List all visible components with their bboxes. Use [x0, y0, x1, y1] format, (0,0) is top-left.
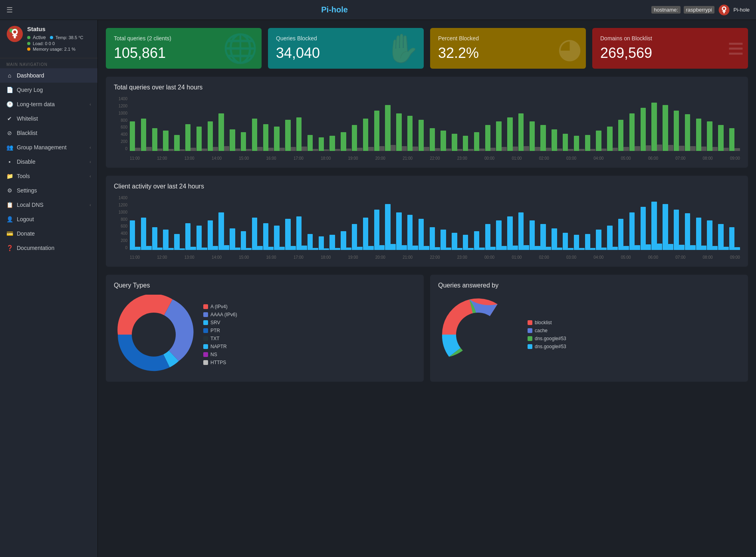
bar-secondary: [257, 147, 262, 151]
status-memory-row: Memory usage: 2.1 %: [27, 47, 83, 52]
sidebar-item-blacklist[interactable]: ⊘ Blacklist: [0, 126, 97, 140]
bar-group: [696, 119, 707, 151]
stat-cards: Total queries (2 clients) 105,861 🌐 Quer…: [106, 28, 748, 69]
bar-secondary: [280, 148, 285, 151]
bar-primary: [707, 121, 712, 151]
bar-primary: [707, 220, 712, 250]
sidebar-item-tools[interactable]: 📁 Tools ‹: [0, 169, 97, 183]
bar-secondary: [424, 147, 429, 151]
bar-primary: [718, 224, 723, 250]
bar-group: [574, 235, 585, 250]
bar-group: [651, 202, 662, 250]
bar-primary: [285, 219, 290, 250]
bar-secondary: [335, 248, 340, 250]
svg-rect-4: [723, 11, 724, 13]
localdns-arrow: ‹: [89, 202, 91, 207]
bar-group: [419, 219, 429, 250]
bar-secondary: [679, 146, 684, 151]
bar-primary: [485, 125, 490, 151]
bar-primary: [685, 114, 690, 151]
legend-item-dns1: dns.google#53: [528, 336, 566, 341]
sidebar-item-disable[interactable]: ▪ Disable ‹: [0, 155, 97, 169]
bar-primary: [563, 233, 568, 250]
bar-primary: [540, 224, 546, 250]
bar-secondary: [535, 147, 540, 151]
group-arrow: ‹: [89, 145, 91, 150]
sidebar-item-settings[interactable]: ⚙ Settings: [0, 183, 97, 198]
sidebar-item-donate[interactable]: 💳 Donate: [0, 226, 97, 241]
chart2-bars: [130, 196, 740, 250]
sidebar-item-dashboard[interactable]: ⌂ Dashboard: [0, 68, 97, 83]
sidebar-item-logout[interactable]: 👤 Logout: [0, 212, 97, 226]
bar-primary: [174, 234, 179, 250]
bar-primary: [629, 212, 635, 250]
legend-item-https: HTTPS: [203, 360, 237, 365]
bar-secondary: [557, 248, 562, 250]
bar-primary: [263, 124, 268, 151]
bar-group: [174, 234, 185, 250]
legend-item-srv: SRV: [203, 320, 237, 325]
queries-answered-title: Queries answered by: [438, 282, 740, 289]
bar-group: [308, 234, 318, 250]
bar-secondary: [657, 145, 662, 151]
bar-secondary: [190, 247, 196, 250]
bar-primary: [540, 125, 546, 151]
sidebar-item-localdns[interactable]: 📋 Local DNS ‹: [0, 198, 97, 212]
bar-group: [352, 125, 363, 151]
stat-card-total-queries: Total queries (2 clients) 105,861 🌐: [106, 28, 262, 69]
bar-secondary: [180, 248, 185, 250]
bar-primary: [363, 119, 368, 151]
bar-secondary: [435, 247, 440, 250]
bar-group: [485, 125, 496, 151]
svg-point-12: [132, 313, 176, 357]
bar-group: [185, 124, 196, 151]
bar-secondary: [202, 149, 207, 151]
sidebar-item-label: Dashboard: [17, 72, 44, 79]
bar-primary: [729, 227, 734, 250]
longterm-icon: 🕐: [6, 101, 13, 107]
main-content: Total queries (2 clients) 105,861 🌐 Quer…: [98, 20, 756, 557]
legend-item-ptr: PTR: [203, 328, 237, 333]
disable-arrow: ‹: [89, 159, 91, 164]
svg-point-9: [13, 30, 16, 34]
sidebar-item-longterm[interactable]: 🕐 Long-term data ‹: [0, 97, 97, 111]
active-dot: [27, 36, 30, 39]
query-types-content: A (IPv4) AAAA (IPv6) SRV PTR: [114, 295, 416, 375]
app-title: Pi-hole: [18, 5, 651, 14]
bar-secondary: [291, 246, 296, 250]
svg-point-2: [723, 7, 725, 10]
bar-group: [607, 127, 618, 151]
status-load-row: Load: 0 0 0: [27, 41, 83, 46]
bar-primary: [718, 125, 723, 151]
nav-section-label: MAIN NAVIGATION: [0, 58, 97, 68]
bar-group: [252, 218, 263, 250]
hostname-label: hostname: raspberrypi: [651, 7, 714, 13]
bar-group: [274, 127, 285, 151]
bar-group: [374, 111, 385, 151]
ptr-legend-dot: [203, 328, 208, 333]
bar-primary: [396, 212, 401, 250]
sidebar-item-documentation[interactable]: ❓ Documentation: [0, 241, 97, 255]
temp-dot: [50, 36, 53, 39]
sidebar-item-group-management[interactable]: 👥 Group Management ‹: [0, 140, 97, 155]
bar-group: [218, 212, 229, 250]
sidebar-item-whitelist[interactable]: ✔ Whitelist: [0, 111, 97, 126]
bar-primary: [430, 227, 435, 250]
bar-primary: [474, 132, 479, 151]
bar-group: [452, 233, 462, 250]
settings-icon: ⚙: [6, 187, 13, 194]
bar-secondary: [335, 149, 340, 151]
bar-primary: [329, 235, 335, 250]
sidebar-item-querylog[interactable]: 📄 Query Log: [0, 83, 97, 97]
donate-icon: 💳: [6, 230, 13, 237]
bar-group: [430, 227, 441, 250]
bar-group: [552, 129, 562, 151]
longterm-arrow: ‹: [89, 102, 91, 107]
bar-secondary: [169, 149, 174, 151]
bar-secondary: [590, 248, 595, 250]
bar-secondary: [235, 149, 240, 151]
bar-primary: [218, 113, 224, 151]
hamburger-icon[interactable]: ☰: [6, 6, 13, 14]
bar-primary: [374, 111, 379, 151]
bar-group: [663, 204, 673, 250]
